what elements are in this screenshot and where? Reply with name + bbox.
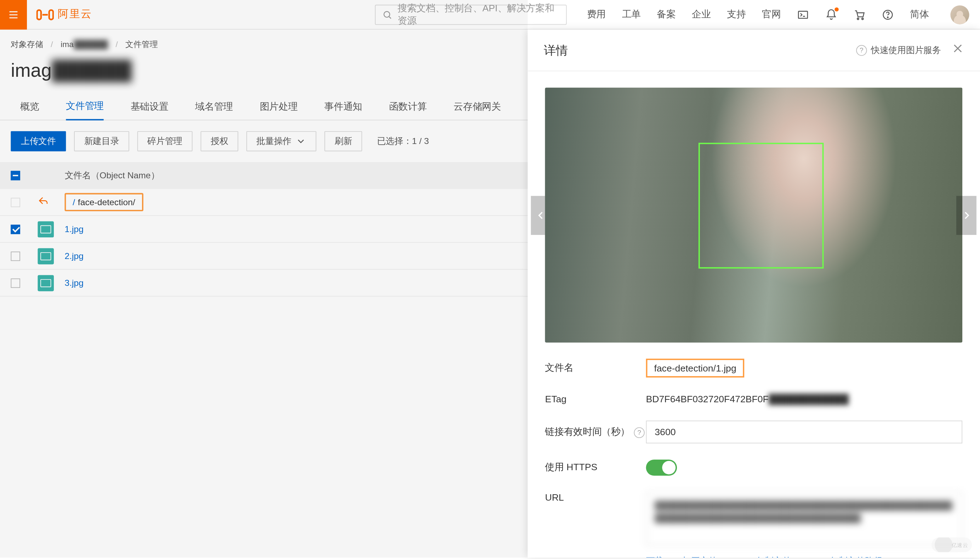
ttl-input[interactable] bbox=[646, 420, 963, 443]
back-icon[interactable] bbox=[38, 196, 65, 208]
search-placeholder: 搜索文档、控制台、API、解决方案和资源 bbox=[398, 2, 559, 26]
notification-dot bbox=[834, 7, 838, 11]
tab-overview[interactable]: 概览 bbox=[20, 94, 39, 119]
upload-button[interactable]: 上传文件 bbox=[11, 131, 66, 151]
image-file-icon bbox=[38, 275, 54, 291]
detail-title: 详情 bbox=[544, 42, 568, 58]
header-nav: 费用 工单 备案 企业 支持 官网 简体 bbox=[587, 5, 969, 24]
batch-button[interactable]: 批量操作 bbox=[246, 131, 317, 151]
nav-support[interactable]: 支持 bbox=[727, 8, 746, 20]
mkdir-button[interactable]: 新建目录 bbox=[74, 131, 129, 151]
watermark: 亿速云 bbox=[932, 538, 972, 552]
crumb-bucket[interactable]: ima██████ bbox=[61, 40, 108, 49]
image-file-icon bbox=[38, 248, 54, 264]
crumb-sep: / bbox=[115, 40, 118, 49]
detail-header: 详情 ? 快速使用图片服务 bbox=[527, 30, 980, 71]
crumb-root[interactable]: 对象存储 bbox=[11, 40, 43, 49]
svg-point-13 bbox=[887, 17, 888, 17]
logo[interactable]: 阿里云 bbox=[36, 7, 93, 22]
svg-rect-4 bbox=[49, 10, 53, 20]
cart-icon[interactable] bbox=[854, 8, 866, 20]
ttl-label: 链接有效时间（秒）? bbox=[545, 426, 646, 438]
svg-point-6 bbox=[384, 11, 390, 17]
tab-gateway[interactable]: 云存储网关 bbox=[454, 94, 501, 119]
row-checkbox[interactable] bbox=[11, 224, 20, 234]
filename-label: 文件名 bbox=[545, 362, 646, 374]
detail-actions: 下载 打开文件 URL 复制文件 URL 复制文件路径 bbox=[646, 555, 963, 557]
next-image-button[interactable] bbox=[956, 195, 977, 234]
image-file-icon bbox=[38, 221, 54, 237]
detail-panel: 详情 ? 快速使用图片服务 bbox=[527, 30, 980, 557]
tab-event[interactable]: 事件通知 bbox=[324, 94, 362, 119]
row-checkbox[interactable] bbox=[11, 197, 20, 207]
tab-fc[interactable]: 函数计算 bbox=[389, 94, 427, 119]
quick-image-service-link[interactable]: ? 快速使用图片服务 bbox=[852, 44, 941, 56]
svg-line-7 bbox=[389, 16, 391, 18]
field-https: 使用 HTTPS bbox=[545, 459, 963, 476]
tab-files[interactable]: 文件管理 bbox=[66, 93, 103, 120]
path-breadcrumb[interactable]: / face-detection/ bbox=[65, 193, 143, 211]
svg-point-11 bbox=[862, 18, 863, 19]
top-header: 阿里云 搜索文档、控制台、API、解决方案和资源 费用 工单 备案 企业 支持 … bbox=[0, 0, 980, 30]
filename-value: face-detection/1.jpg bbox=[646, 358, 745, 377]
bell-icon[interactable] bbox=[825, 8, 837, 20]
etag-label: ETag bbox=[545, 394, 646, 404]
avatar[interactable] bbox=[950, 5, 969, 24]
nav-cost[interactable]: 费用 bbox=[587, 8, 606, 20]
copy-url-link[interactable]: 复制文件 URL bbox=[756, 555, 811, 557]
etag-value: BD7F64BF032720F472BF0F████████████ bbox=[646, 394, 963, 404]
row-checkbox[interactable] bbox=[11, 251, 20, 261]
field-etag: ETag BD7F64BF032720F472BF0F████████████ bbox=[545, 394, 963, 404]
auth-button[interactable]: 授权 bbox=[201, 131, 238, 151]
svg-point-10 bbox=[857, 18, 859, 19]
select-all-checkbox[interactable] bbox=[11, 171, 20, 180]
field-url: URL ████████████████████████████████████… bbox=[545, 492, 963, 546]
url-textarea[interactable]: ████████████████████████████████████████… bbox=[646, 492, 963, 546]
search-input[interactable]: 搜索文档、控制台、API、解决方案和资源 bbox=[375, 4, 567, 25]
selection-info: 已选择：1 / 3 bbox=[377, 135, 429, 147]
copy-path-link[interactable]: 复制文件路径 bbox=[830, 555, 883, 557]
question-icon[interactable]: ? bbox=[634, 427, 645, 437]
https-toggle[interactable] bbox=[646, 459, 677, 476]
download-link[interactable]: 下载 bbox=[646, 555, 663, 557]
logo-text: 阿里云 bbox=[58, 7, 92, 22]
nav-icp[interactable]: 备案 bbox=[657, 8, 675, 20]
tab-domain[interactable]: 域名管理 bbox=[195, 94, 232, 119]
batch-label: 批量操作 bbox=[256, 135, 291, 147]
field-ttl: 链接有效时间（秒）? bbox=[545, 420, 963, 443]
refresh-button[interactable]: 刷新 bbox=[324, 131, 362, 151]
open-url-link[interactable]: 打开文件 URL bbox=[683, 555, 738, 557]
https-label: 使用 HTTPS bbox=[545, 461, 646, 473]
hamburger-menu-button[interactable] bbox=[0, 0, 27, 29]
nav-ticket[interactable]: 工单 bbox=[622, 8, 641, 20]
row-checkbox[interactable] bbox=[11, 278, 20, 288]
close-icon[interactable] bbox=[952, 43, 964, 58]
help-icon[interactable] bbox=[882, 8, 894, 20]
preview-wrap bbox=[545, 88, 963, 342]
fragments-button[interactable]: 碎片管理 bbox=[138, 131, 192, 151]
question-icon: ? bbox=[856, 45, 867, 55]
face-detection-rect bbox=[698, 142, 824, 268]
cloudshell-icon[interactable] bbox=[797, 8, 809, 20]
nav-website[interactable]: 官网 bbox=[762, 8, 781, 20]
field-filename: 文件名 face-detection/1.jpg bbox=[545, 358, 963, 377]
chevron-down-icon bbox=[296, 136, 306, 147]
svg-rect-8 bbox=[798, 11, 808, 18]
crumb-sep: / bbox=[51, 40, 53, 49]
svg-rect-3 bbox=[37, 10, 41, 20]
crumb-current: 文件管理 bbox=[125, 40, 158, 49]
nav-enterprise[interactable]: 企业 bbox=[692, 8, 711, 20]
url-label: URL bbox=[545, 492, 646, 503]
tab-settings[interactable]: 基础设置 bbox=[131, 94, 168, 119]
image-preview bbox=[545, 88, 963, 342]
nav-lang[interactable]: 简体 bbox=[910, 8, 929, 20]
tab-image[interactable]: 图片处理 bbox=[260, 94, 297, 119]
